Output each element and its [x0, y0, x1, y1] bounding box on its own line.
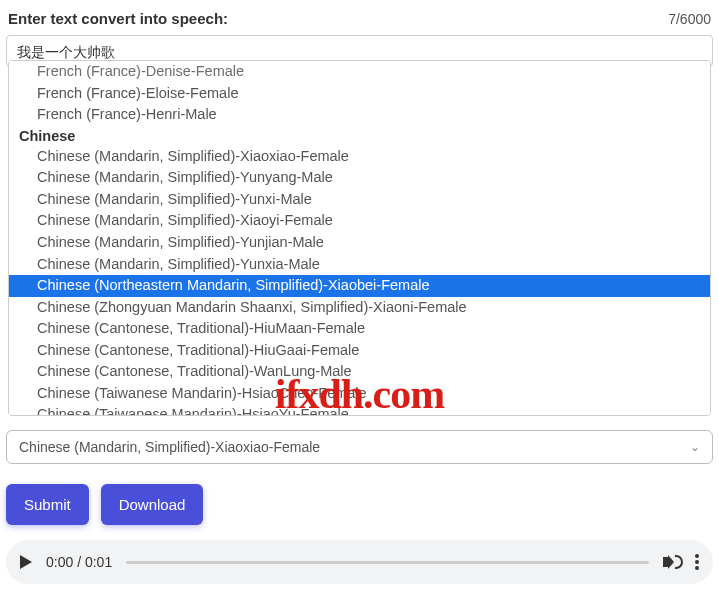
play-icon[interactable] [20, 555, 32, 569]
group-label: Chinese [9, 126, 710, 146]
audio-player[interactable]: 0:00 / 0:01 [6, 540, 713, 584]
list-item[interactable]: Chinese (Taiwanese Mandarin)-HsiaoYu-Fem… [9, 404, 710, 416]
list-item[interactable]: Chinese (Mandarin, Simplified)-Yunxi-Mal… [9, 189, 710, 211]
voice-select[interactable]: Chinese (Mandarin, Simplified)-Xiaoxiao-… [6, 430, 713, 464]
chevron-down-icon: ⌄ [690, 440, 700, 454]
char-counter: 7/6000 [668, 11, 711, 27]
list-item[interactable]: Chinese (Mandarin, Simplified)-Yunjian-M… [9, 232, 710, 254]
button-row: Submit Download [6, 484, 203, 525]
list-item[interactable]: Chinese (Taiwanese Mandarin)-HsiaoChen-F… [9, 383, 710, 405]
list-item[interactable]: Chinese (Zhongyuan Mandarin Shaanxi, Sim… [9, 297, 710, 319]
list-item[interactable]: Chinese (Mandarin, Simplified)-Yunyang-M… [9, 167, 710, 189]
audio-time: 0:00 / 0:01 [46, 554, 112, 570]
voice-dropdown-list[interactable]: French (France)-Denise-Female French (Fr… [8, 60, 711, 416]
list-item[interactable]: Chinese (Mandarin, Simplified)-Yunxia-Ma… [9, 254, 710, 276]
volume-icon[interactable] [663, 553, 681, 571]
list-item[interactable]: Chinese (Cantonese, Traditional)-HiuGaai… [9, 340, 710, 362]
list-item[interactable]: Chinese (Northeastern Mandarin, Simplifi… [9, 275, 710, 297]
download-button[interactable]: Download [101, 484, 204, 525]
list-item[interactable]: French (France)-Eloise-Female [9, 83, 710, 105]
audio-progress-bar[interactable] [126, 561, 649, 564]
list-item[interactable]: Chinese (Cantonese, Traditional)-WanLung… [9, 361, 710, 383]
submit-button[interactable]: Submit [6, 484, 89, 525]
list-item[interactable]: Chinese (Mandarin, Simplified)-Xiaoxiao-… [9, 146, 710, 168]
list-item[interactable]: Chinese (Cantonese, Traditional)-HiuMaan… [9, 318, 710, 340]
voice-select-value: Chinese (Mandarin, Simplified)-Xiaoxiao-… [19, 439, 320, 455]
list-item[interactable]: Chinese (Mandarin, Simplified)-Xiaoyi-Fe… [9, 210, 710, 232]
input-label: Enter text convert into speech: [8, 10, 228, 27]
audio-menu-icon[interactable] [695, 554, 699, 570]
header: Enter text convert into speech: 7/6000 [0, 0, 719, 35]
list-item[interactable]: French (France)-Henri-Male [9, 104, 710, 126]
list-item[interactable]: French (France)-Denise-Female [9, 61, 710, 83]
